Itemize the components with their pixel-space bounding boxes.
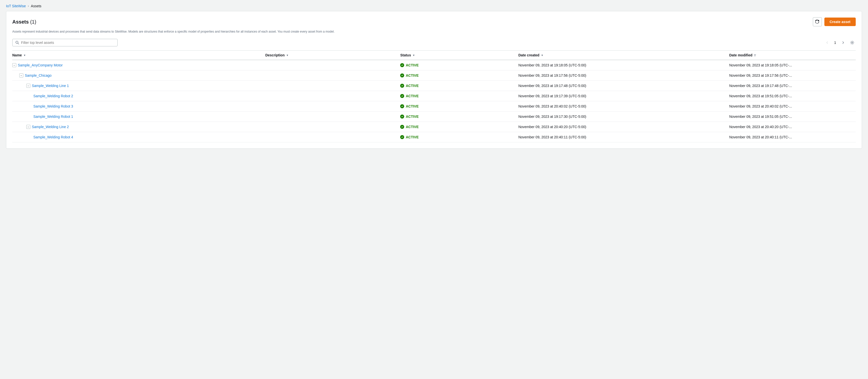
status-text: ACTIVE: [406, 84, 418, 88]
tree-collapse-icon[interactable]: −: [26, 125, 30, 129]
status-text: ACTIVE: [406, 63, 418, 67]
asset-status-cell: ACTIVE: [400, 81, 518, 91]
status-check-icon: [400, 125, 404, 129]
refresh-button[interactable]: [813, 17, 822, 26]
asset-name-cell: −Sample_AnyCompany Motor: [12, 60, 265, 70]
asset-name-cell: −Sample_Welding Line 1: [12, 81, 265, 91]
asset-description-cell: [265, 122, 400, 132]
table-row: Sample_Welding Robot 3 ACTIVENovember 09…: [12, 101, 856, 112]
col-header-date-created[interactable]: Date created ▼: [518, 51, 729, 60]
sort-icon-description: ▼: [286, 54, 288, 57]
asset-date-created-cell: November 09, 2023 at 19:17:39 (UTC-5:00): [518, 91, 729, 101]
page-title-text: Assets: [12, 19, 29, 25]
col-header-description[interactable]: Description ▼: [265, 51, 400, 60]
sort-icon-date-created: ▼: [541, 54, 543, 57]
svg-point-10: [401, 136, 403, 138]
search-icon: [16, 41, 19, 44]
svg-line-1: [18, 43, 19, 44]
sort-icon-name: ▼: [23, 54, 26, 57]
asset-name-cell: Sample_Welding Robot 4: [12, 132, 265, 143]
asset-date-modified-cell: November 09, 2023 at 19:17:48 (UTC-...: [729, 81, 856, 91]
col-header-status[interactable]: Status ▼: [400, 51, 518, 60]
svg-point-3: [401, 64, 403, 66]
svg-point-8: [401, 115, 403, 118]
asset-name-link[interactable]: Sample_Welding Robot 1: [33, 115, 73, 119]
asset-name-link[interactable]: Sample_AnyCompany Motor: [18, 63, 63, 67]
asset-name-cell: −Sample_Welding Line 2: [12, 122, 265, 132]
asset-name-link[interactable]: Sample_Welding Robot 4: [33, 135, 73, 139]
tree-collapse-icon[interactable]: −: [26, 84, 30, 88]
svg-point-7: [401, 105, 403, 107]
status-check-icon: [400, 84, 404, 88]
search-input[interactable]: [21, 41, 114, 44]
asset-name-link[interactable]: Sample_Welding Robot 3: [33, 104, 73, 108]
gear-icon: [850, 41, 854, 44]
status-badge: ACTIVE: [400, 73, 418, 77]
table-row: −Sample_Welding Line 2 ACTIVENovember 09…: [12, 122, 856, 132]
asset-description-cell: [265, 60, 400, 70]
svg-point-4: [401, 74, 403, 77]
asset-date-modified-cell: November 09, 2023 at 19:17:56 (UTC-...: [729, 70, 856, 81]
asset-status-cell: ACTIVE: [400, 70, 518, 81]
sort-icon-date-modified: ▽: [754, 54, 756, 57]
breadcrumb: IoT SiteWise › Assets: [0, 0, 868, 11]
asset-name-cell: Sample_Welding Robot 1: [12, 112, 265, 122]
asset-name-cell: Sample_Welding Robot 3: [12, 101, 265, 112]
status-check-icon: [400, 115, 404, 119]
table-header: Name ▼ Description ▼ Status ▼: [12, 51, 856, 60]
page-title: Assets (1): [12, 19, 36, 25]
asset-date-created-cell: November 09, 2023 at 20:40:20 (UTC-5:00): [518, 122, 729, 132]
breadcrumb-current: Assets: [31, 4, 41, 8]
title-group: Assets (1): [12, 19, 36, 25]
status-badge: ACTIVE: [400, 63, 418, 67]
status-badge: ACTIVE: [400, 125, 418, 129]
column-settings-button[interactable]: [849, 39, 856, 46]
asset-description-cell: [265, 70, 400, 81]
asset-name-link[interactable]: Sample_Welding Robot 2: [33, 94, 73, 98]
asset-name-link[interactable]: Sample_Chicago: [25, 73, 52, 77]
asset-date-created-cell: November 09, 2023 at 20:40:02 (UTC-5:00): [518, 101, 729, 112]
asset-date-modified-cell: November 09, 2023 at 19:18:05 (UTC-...: [729, 60, 856, 70]
table-row: −Sample_AnyCompany Motor ACTIVENovember …: [12, 60, 856, 70]
table-row: −Sample_Welding Line 1 ACTIVENovember 09…: [12, 81, 856, 91]
asset-name-link[interactable]: Sample_Welding Line 2: [32, 125, 69, 129]
page-description: Assets represent industrial devices and …: [12, 29, 338, 34]
chevron-left-icon: [826, 41, 829, 44]
prev-page-button[interactable]: [824, 39, 831, 46]
status-text: ACTIVE: [406, 73, 418, 77]
status-text: ACTIVE: [406, 125, 418, 129]
asset-name-link[interactable]: Sample_Welding Line 1: [32, 84, 69, 88]
filter-pagination-row: 1: [12, 39, 856, 46]
refresh-icon: [815, 20, 819, 24]
tree-collapse-icon[interactable]: −: [19, 73, 23, 77]
tree-collapse-icon[interactable]: −: [12, 63, 16, 67]
asset-date-modified-cell: November 09, 2023 at 20:40:02 (UTC-...: [729, 101, 856, 112]
breadcrumb-home-link[interactable]: IoT SiteWise: [6, 4, 26, 8]
header-row: Assets (1) Create asset: [12, 17, 856, 26]
status-badge: ACTIVE: [400, 94, 418, 98]
status-check-icon: [400, 104, 404, 108]
page-title-count: (1): [30, 19, 36, 25]
status-check-icon: [400, 135, 404, 139]
search-container: [12, 39, 118, 46]
status-badge: ACTIVE: [400, 135, 418, 139]
svg-point-5: [401, 85, 403, 87]
asset-status-cell: ACTIVE: [400, 60, 518, 70]
next-page-button[interactable]: [840, 39, 847, 46]
create-asset-button[interactable]: Create asset: [825, 18, 856, 26]
asset-date-modified-cell: November 09, 2023 at 19:51:05 (UTC-...: [729, 112, 856, 122]
col-header-date-modified[interactable]: Date modified ▽: [729, 51, 856, 60]
asset-description-cell: [265, 91, 400, 101]
asset-status-cell: ACTIVE: [400, 112, 518, 122]
asset-description-cell: [265, 81, 400, 91]
asset-status-cell: ACTIVE: [400, 122, 518, 132]
table-row: Sample_Welding Robot 4 ACTIVENovember 09…: [12, 132, 856, 143]
sort-icon-status: ▼: [412, 54, 415, 57]
assets-table: Name ▼ Description ▼ Status ▼: [12, 51, 856, 143]
status-text: ACTIVE: [406, 135, 418, 139]
asset-description-cell: [265, 101, 400, 112]
col-header-name[interactable]: Name ▼: [12, 51, 265, 60]
table-body: −Sample_AnyCompany Motor ACTIVENovember …: [12, 60, 856, 143]
breadcrumb-separator: ›: [28, 4, 29, 8]
svg-point-9: [401, 126, 403, 128]
